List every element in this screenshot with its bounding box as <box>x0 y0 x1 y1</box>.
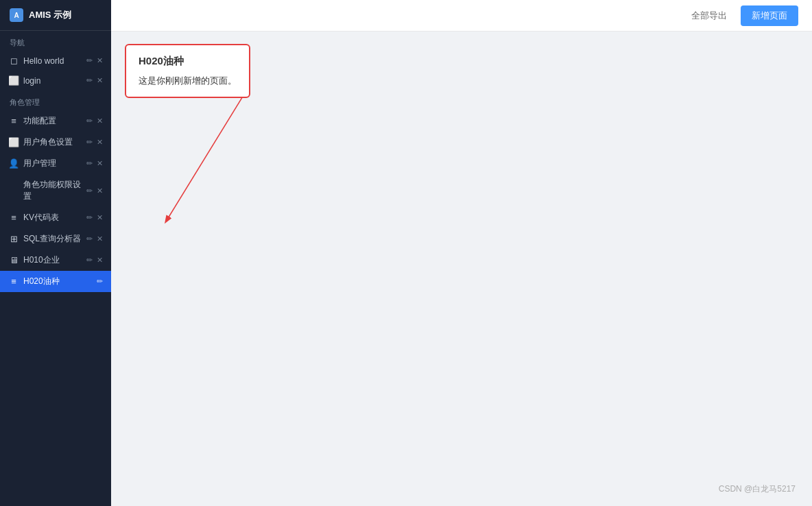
item-actions: ✏ ✕ <box>85 186 104 196</box>
edit-icon[interactable]: ✏ <box>85 137 94 147</box>
item-actions: ✏ <box>95 276 104 287</box>
sidebar-item-hello-world[interactable]: ◻ Hello world ✏ ✕ <box>0 51 111 71</box>
sidebar-item-user-mgmt[interactable]: 👤 用户管理 ✏ ✕ <box>0 153 111 174</box>
close-icon[interactable]: ✕ <box>95 75 104 86</box>
close-icon[interactable]: ✕ <box>95 255 104 265</box>
content-area: H020油种 这是你刚刚新增的页面。 CSDN @白龙马5217 <box>111 32 812 506</box>
edit-icon[interactable]: ✏ <box>85 255 94 265</box>
item-actions: ✏ ✕ <box>85 116 104 126</box>
item-actions: ✏ ✕ <box>85 213 104 223</box>
tooltip-title: H020油种 <box>139 55 237 68</box>
sql-icon: ⊞ <box>8 234 19 244</box>
close-icon[interactable]: ✕ <box>95 158 104 169</box>
edit-icon[interactable]: ✏ <box>85 75 94 86</box>
close-icon[interactable]: ✕ <box>95 186 104 196</box>
menu-icon: ≡ <box>8 116 19 126</box>
list-icon: ≡ <box>8 276 19 287</box>
item-actions: ✏ ✕ <box>85 75 104 86</box>
doc-icon: ◻ <box>8 56 19 66</box>
main-area: 全部导出 新增页面 H020油种 这是你刚刚新增的页面。 CSDN @白龙马52… <box>111 0 812 506</box>
close-icon[interactable]: ✕ <box>95 56 104 66</box>
app-logo: A <box>10 8 23 22</box>
close-icon[interactable]: ✕ <box>95 137 104 147</box>
edit-icon[interactable]: ✏ <box>95 276 104 287</box>
key-icon: ⬜ <box>8 75 19 86</box>
item-actions: ✏ ✕ <box>85 137 104 147</box>
table-icon: ≡ <box>8 213 19 223</box>
close-icon[interactable]: ✕ <box>95 213 104 223</box>
close-icon[interactable]: ✕ <box>95 116 104 126</box>
item-actions: ✏ ✕ <box>85 234 104 244</box>
sidebar-item-user-role[interactable]: ⬜ 用户角色设置 ✏ ✕ <box>0 132 111 153</box>
edit-icon[interactable]: ✏ <box>85 234 94 244</box>
edit-icon[interactable]: ✏ <box>85 158 94 169</box>
new-page-button[interactable]: 新增页面 <box>741 5 798 26</box>
top-header: 全部导出 新增页面 <box>111 0 812 32</box>
app-title: AMIS 示例 <box>29 9 71 21</box>
item-actions: ✏ ✕ <box>85 255 104 265</box>
role-section-label: 角色管理 <box>0 91 111 110</box>
monitor-icon: 🖥 <box>8 255 19 265</box>
watermark: CSDN @白龙马5217 <box>719 483 796 495</box>
item-actions: ✏ ✕ <box>85 158 104 169</box>
edit-icon[interactable]: ✏ <box>85 213 94 223</box>
tooltip-box: H020油种 这是你刚刚新增的页面。 <box>125 44 250 98</box>
sidebar: A AMIS 示例 导航 ◻ Hello world ✏ ✕ ⬜ login ✏… <box>0 0 111 506</box>
edit-icon[interactable]: ✏ <box>85 186 94 196</box>
nav-section-label: 导航 <box>0 31 111 51</box>
sidebar-item-h010-corp[interactable]: 🖥 H010企业 ✏ ✕ <box>0 250 111 271</box>
tooltip-description: 这是你刚刚新增的页面。 <box>139 75 237 87</box>
sidebar-item-kv-table[interactable]: ≡ KV代码表 ✏ ✕ <box>0 207 111 228</box>
item-actions: ✏ ✕ <box>85 56 104 66</box>
close-icon[interactable]: ✕ <box>95 234 104 244</box>
user-icon: 👤 <box>8 158 19 169</box>
export-button[interactable]: 全部导出 <box>686 7 732 25</box>
key-icon: ⬜ <box>8 137 19 147</box>
sidebar-item-h020-oil[interactable]: ≡ H020油种 ✏ <box>0 271 111 292</box>
sidebar-item-func-config[interactable]: ≡ 功能配置 ✏ ✕ <box>0 110 111 132</box>
edit-icon[interactable]: ✏ <box>85 56 94 66</box>
sidebar-item-role-perm[interactable]: 角色功能权限设置 ✏ ✕ <box>0 174 111 207</box>
svg-line-0 <box>167 98 241 220</box>
edit-icon[interactable]: ✏ <box>85 116 94 126</box>
sidebar-item-login[interactable]: ⬜ login ✏ ✕ <box>0 71 111 91</box>
sidebar-item-sql-analyzer[interactable]: ⊞ SQL查询分析器 ✏ ✕ <box>0 228 111 250</box>
sidebar-header: A AMIS 示例 <box>0 0 111 31</box>
